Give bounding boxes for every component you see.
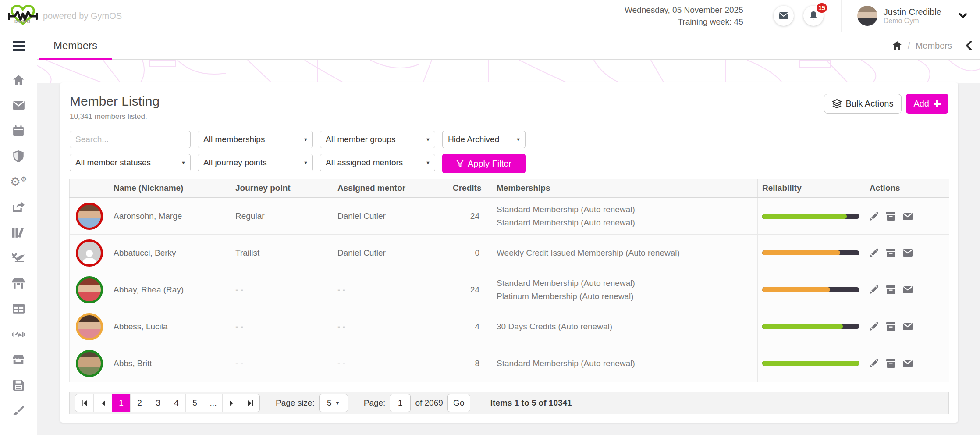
page-button-1[interactable]: 1 <box>112 394 131 412</box>
last-page-button[interactable] <box>241 394 259 412</box>
go-button[interactable]: Go <box>447 394 470 412</box>
items-summary: Items 1 to 5 of 10341 <box>490 398 572 408</box>
previous-page-button[interactable] <box>94 394 112 412</box>
sidebar-item-share[interactable] <box>0 194 37 220</box>
home-icon[interactable] <box>892 41 902 50</box>
sidebar-item-messages[interactable] <box>0 93 37 118</box>
col-credits: Credits <box>448 179 492 198</box>
page-number-input[interactable] <box>390 394 411 412</box>
bulk-actions-button[interactable]: Bulk Actions <box>824 94 902 114</box>
member-journey-point: - - <box>231 308 333 345</box>
archive-member-button[interactable] <box>886 212 895 221</box>
page-buttons: 1 2 3 4 5 ... <box>75 394 260 412</box>
caret-down-icon: ▼ <box>181 160 186 165</box>
page-size-select[interactable]: 5 ▼ <box>319 394 348 412</box>
user-organization: Demo Gym <box>884 17 941 25</box>
sidebar-item-security[interactable] <box>0 143 37 169</box>
assigned-mentors-filter-select[interactable]: All assigned mentors▼ <box>320 154 435 171</box>
member-name: Abbay, Rhea (Ray) <box>109 271 231 308</box>
sidebar-item-library[interactable] <box>0 220 37 245</box>
sidebar-item-home[interactable] <box>0 67 37 93</box>
sidebar-item-bench[interactable] <box>0 271 37 296</box>
page-button-5[interactable]: 5 <box>186 394 204 412</box>
gymos-heart-logo-icon: DEMO <box>7 4 39 28</box>
reliability-bar-fill <box>762 250 840 255</box>
messages-button[interactable] <box>774 6 794 26</box>
sidebar-nav: ⚙⚙ <box>0 60 37 435</box>
sidebar-item-tables[interactable] <box>0 296 37 321</box>
email-member-button[interactable] <box>903 323 913 330</box>
sidebar-item-settings[interactable]: ⚙⚙ <box>0 169 37 194</box>
col-mentor: Assigned mentor <box>333 179 448 198</box>
member-avatar[interactable] <box>76 276 103 303</box>
page-button-3[interactable]: 3 <box>149 394 167 412</box>
archive-box-icon <box>886 359 895 368</box>
sidebar-item-documents[interactable] <box>0 372 37 398</box>
page-button-ellipsis[interactable]: ... <box>204 394 223 412</box>
page-button-4[interactable]: 4 <box>167 394 186 412</box>
search-input[interactable] <box>70 131 191 148</box>
pencil-icon <box>870 285 879 294</box>
caret-down-icon: ▼ <box>335 400 340 406</box>
next-page-button[interactable] <box>223 394 241 412</box>
plus-icon <box>933 100 941 108</box>
envelope-icon <box>13 101 25 110</box>
sidebar-item-design[interactable] <box>0 398 37 423</box>
hamburger-menu-button[interactable] <box>13 41 25 51</box>
archive-member-button[interactable] <box>886 322 895 331</box>
sidebar-item-shop[interactable] <box>0 347 37 372</box>
edit-member-button[interactable] <box>870 212 879 221</box>
first-page-button[interactable] <box>75 394 94 412</box>
memberships-filter-select[interactable]: All memberships▼ <box>198 131 313 148</box>
archived-filter-select[interactable]: Hide Archived▼ <box>442 131 526 148</box>
sidebar-item-exercises[interactable] <box>0 245 37 271</box>
apply-filter-button[interactable]: Apply Filter <box>442 154 526 173</box>
member-credits: 24 <box>448 198 492 235</box>
email-member-button[interactable] <box>903 249 913 257</box>
notifications-button[interactable]: 15 <box>803 6 824 26</box>
member-avatar[interactable] <box>76 203 103 230</box>
member-memberships: Standard Membership (Auto renewal)Platin… <box>492 271 758 308</box>
envelope-icon <box>903 323 913 330</box>
decorative-pattern <box>37 60 980 83</box>
member-statuses-filter-select[interactable]: All member statuses▼ <box>70 154 191 171</box>
last-page-icon <box>247 400 254 406</box>
reliability-bar-track <box>762 250 859 255</box>
edit-member-button[interactable] <box>870 285 879 294</box>
collapse-panel-button[interactable] <box>965 32 972 59</box>
member-avatar[interactable] <box>76 313 103 340</box>
member-groups-filter-select[interactable]: All member groups▼ <box>320 131 435 148</box>
archive-box-icon <box>886 322 895 331</box>
email-member-button[interactable] <box>903 286 913 293</box>
col-journey: Journey point <box>231 179 333 198</box>
edit-member-button[interactable] <box>870 248 879 257</box>
user-profile-menu[interactable]: Justin Credible Demo Gym <box>842 0 980 32</box>
member-journey-point: Regular <box>231 198 333 235</box>
archive-member-button[interactable] <box>886 285 895 294</box>
member-avatar[interactable] <box>76 239 103 267</box>
envelope-icon <box>903 213 913 220</box>
member-avatar[interactable] <box>76 350 103 377</box>
journey-points-filter-select[interactable]: All journey points▼ <box>198 154 313 171</box>
email-member-button[interactable] <box>903 360 913 367</box>
main-content: Member Listing 10,341 members listed. Bu… <box>37 60 980 435</box>
add-member-button[interactable]: Add <box>906 94 948 114</box>
first-page-icon <box>81 400 88 406</box>
reliability-bar-fill <box>762 361 859 366</box>
tab-members[interactable]: Members <box>39 32 112 59</box>
envelope-icon <box>903 360 913 367</box>
member-assigned-mentor: - - <box>333 345 448 382</box>
archive-member-button[interactable] <box>886 359 895 368</box>
pencil-icon <box>870 359 879 368</box>
email-member-button[interactable] <box>903 213 913 220</box>
sidebar-item-workouts[interactable] <box>0 321 37 347</box>
archive-member-button[interactable] <box>886 249 895 257</box>
brand-logo[interactable]: DEMO powered by GymOS <box>0 4 122 28</box>
page-button-2[interactable]: 2 <box>131 394 149 412</box>
edit-member-button[interactable] <box>870 359 879 368</box>
edit-member-button[interactable] <box>870 322 879 331</box>
envelope-icon <box>903 249 913 257</box>
sidebar-item-calendar[interactable] <box>0 118 37 143</box>
page-size-label: Page size: <box>276 398 315 408</box>
member-assigned-mentor: - - <box>333 271 448 308</box>
